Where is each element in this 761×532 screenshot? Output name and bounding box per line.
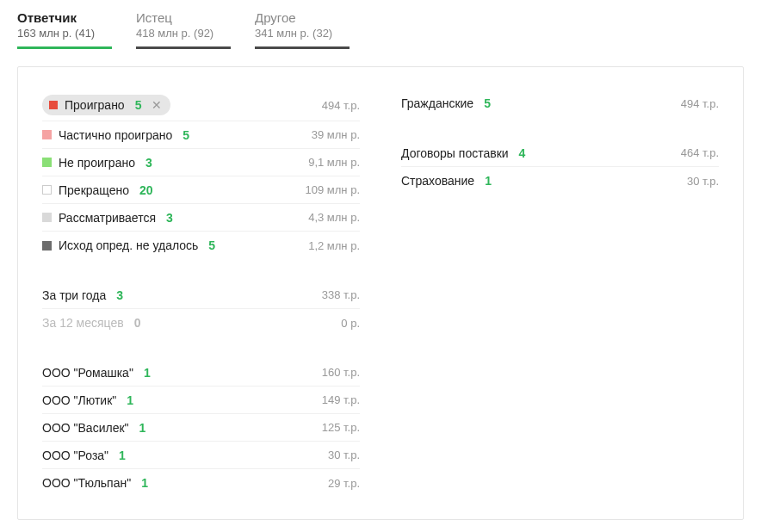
tab-other[interactable]: Другое 341 млн р. (32) bbox=[255, 10, 350, 49]
tab-sub: 163 млн р. (41) bbox=[17, 27, 112, 40]
tab-defendant[interactable]: Ответчик 163 млн р. (41) bbox=[17, 10, 112, 49]
amount: 125 т.р. bbox=[322, 421, 360, 434]
company-row[interactable]: ООО "Роза" 1 30 т.р. bbox=[42, 442, 360, 469]
amount: 160 т.р. bbox=[322, 366, 360, 379]
outcome-row[interactable]: Проиграно 5 ✕ 494 т.р. bbox=[42, 90, 360, 121]
swatch-icon bbox=[42, 213, 52, 222]
content-panel: Проиграно 5 ✕ 494 т.р. Частично проигран… bbox=[17, 66, 744, 520]
amount: 4,3 млн р. bbox=[308, 211, 360, 224]
filter-chip[interactable]: Проиграно 5 ✕ bbox=[42, 95, 170, 115]
amount: 464 т.р. bbox=[681, 146, 719, 159]
category-row[interactable]: Страхование 1 30 т.р. bbox=[401, 167, 719, 195]
amount: 109 млн р. bbox=[306, 183, 360, 196]
swatch-icon bbox=[42, 158, 52, 167]
outcome-row[interactable]: Рассматривается 3 4,3 млн р. bbox=[42, 204, 360, 232]
outcomes-group: Проиграно 5 ✕ 494 т.р. Частично проигран… bbox=[42, 90, 360, 259]
swatch-icon bbox=[49, 101, 58, 109]
amount: 39 млн р. bbox=[312, 128, 360, 141]
outcome-row[interactable]: Исход опред. не удалось 5 1,2 млн р. bbox=[42, 232, 360, 259]
swatch-icon bbox=[42, 241, 52, 251]
tab-sub: 418 млн р. (92) bbox=[136, 27, 231, 40]
amount: 1,2 млн р. bbox=[308, 239, 360, 252]
amount: 338 т.р. bbox=[322, 288, 360, 301]
categories-top-group: Гражданские 5 494 т.р. bbox=[401, 90, 719, 117]
category-row[interactable]: Договоры поставки 4 464 т.р. bbox=[401, 139, 719, 167]
company-row[interactable]: ООО "Василек" 1 125 т.р. bbox=[42, 414, 360, 442]
periods-group: За три года 3 338 т.р. За 12 месяцев 0 0… bbox=[42, 281, 360, 337]
amount: 149 т.р. bbox=[322, 393, 360, 406]
amount: 30 т.р. bbox=[687, 175, 719, 188]
outcome-row[interactable]: Прекращено 20 109 млн р. bbox=[42, 176, 360, 204]
company-row[interactable]: ООО "Лютик" 1 149 т.р. bbox=[42, 387, 360, 414]
left-column: Проиграно 5 ✕ 494 т.р. Частично проигран… bbox=[42, 90, 360, 497]
close-icon[interactable]: ✕ bbox=[148, 99, 162, 111]
amount: 29 т.р. bbox=[328, 477, 360, 490]
tab-sub: 341 млн р. (32) bbox=[255, 27, 350, 40]
amount: 30 т.р. bbox=[328, 448, 360, 461]
amount: 494 т.р. bbox=[681, 97, 719, 110]
companies-group: ООО "Ромашка" 1 160 т.р. ООО "Лютик" 1 1… bbox=[42, 359, 360, 497]
category-row[interactable]: Гражданские 5 494 т.р. bbox=[401, 90, 719, 117]
period-row[interactable]: За три года 3 338 т.р. bbox=[42, 281, 360, 309]
tab-label: Другое bbox=[255, 10, 350, 25]
amount: 9,1 млн р. bbox=[308, 156, 360, 169]
company-row[interactable]: ООО "Ромашка" 1 160 т.р. bbox=[42, 359, 360, 387]
outcome-row[interactable]: Не проиграно 3 9,1 млн р. bbox=[42, 149, 360, 176]
tab-label: Истец bbox=[136, 10, 231, 25]
amount: 494 т.р. bbox=[322, 99, 360, 112]
outcome-row[interactable]: Частично проиграно 5 39 млн р. bbox=[42, 121, 360, 149]
period-row[interactable]: За 12 месяцев 0 0 р. bbox=[42, 309, 360, 337]
tab-label: Ответчик bbox=[17, 10, 112, 25]
swatch-icon bbox=[42, 130, 52, 139]
company-row[interactable]: ООО "Тюльпан" 1 29 т.р. bbox=[42, 469, 360, 497]
categories-bottom-group: Договоры поставки 4 464 т.р. Страхование… bbox=[401, 139, 719, 195]
swatch-icon bbox=[42, 185, 52, 195]
right-column: Гражданские 5 494 т.р. Договоры поставки… bbox=[401, 90, 719, 497]
tabs-bar: Ответчик 163 млн р. (41) Истец 418 млн р… bbox=[0, 0, 761, 49]
amount: 0 р. bbox=[341, 317, 360, 330]
tab-plaintiff[interactable]: Истец 418 млн р. (92) bbox=[136, 10, 231, 49]
